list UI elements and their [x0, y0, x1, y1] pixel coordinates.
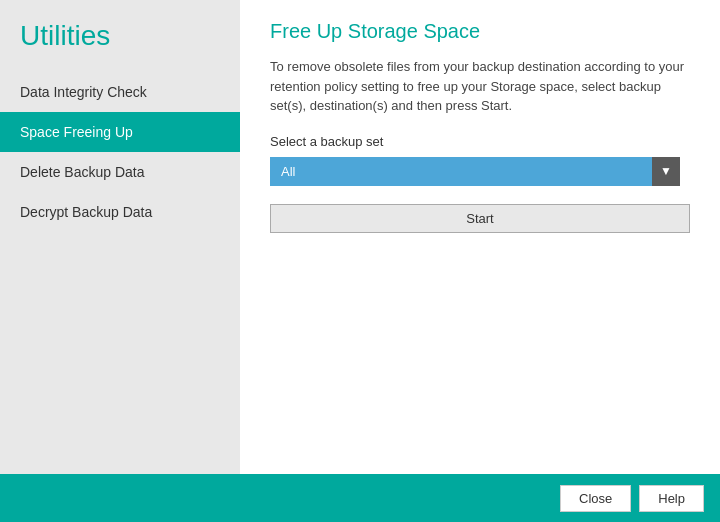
help-button[interactable]: Help — [639, 485, 704, 512]
sidebar-item-delete-backup-data[interactable]: Delete Backup Data — [0, 152, 240, 192]
start-button[interactable]: Start — [270, 204, 690, 233]
backup-set-select[interactable]: All — [270, 157, 680, 186]
select-label: Select a backup set — [270, 134, 690, 149]
sidebar-item-space-freeing-up[interactable]: Space Freeing Up — [0, 112, 240, 152]
footer: Close Help — [0, 474, 720, 522]
sidebar-title: Utilities — [0, 10, 240, 72]
close-button[interactable]: Close — [560, 485, 631, 512]
content-area: Free Up Storage Space To remove obsolete… — [240, 0, 720, 474]
backup-set-select-wrapper: All ▼ — [270, 157, 680, 186]
sidebar: Utilities Data Integrity Check Space Fre… — [0, 0, 240, 474]
sidebar-item-data-integrity-check[interactable]: Data Integrity Check — [0, 72, 240, 112]
page-title: Free Up Storage Space — [270, 20, 690, 43]
content-description: To remove obsolete files from your backu… — [270, 57, 690, 116]
sidebar-item-decrypt-backup-data[interactable]: Decrypt Backup Data — [0, 192, 240, 232]
